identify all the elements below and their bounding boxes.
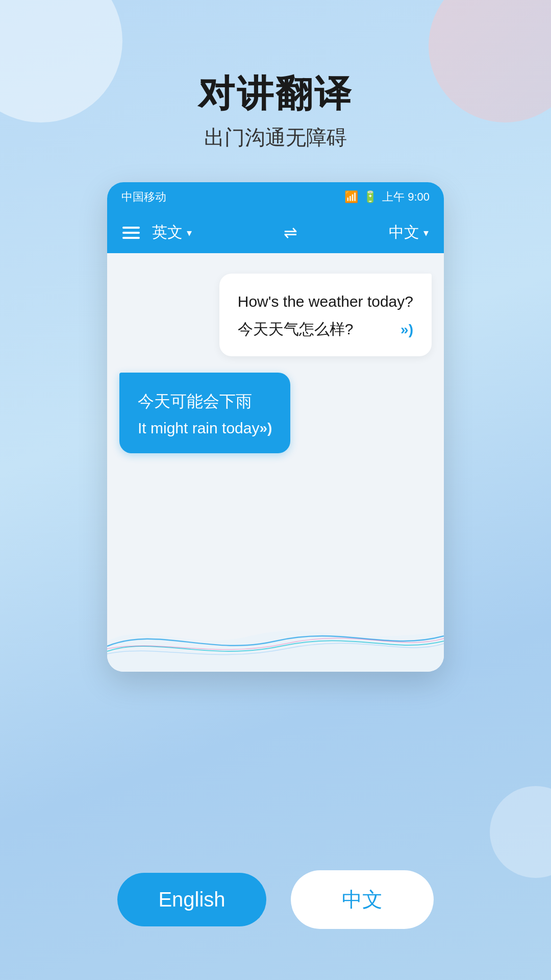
bottom-buttons: English 中文 <box>0 840 551 980</box>
message-bubble-left[interactable]: 今天可能会下雨 It might rain today ») <box>119 373 290 453</box>
target-lang-label: 中文 <box>389 222 419 243</box>
status-bar: 中国移动 📶 🔋 上午 9:00 <box>107 182 444 212</box>
chinese-button[interactable]: 中文 <box>291 870 434 929</box>
status-right: 📶 🔋 上午 9:00 <box>344 189 430 205</box>
wave-decoration <box>107 610 444 672</box>
chat-area: How's the weather today? 今天天气怎么样? ») 今天可… <box>107 253 444 610</box>
message-translated-1: 今天天气怎么样? ») <box>238 319 413 340</box>
message-bubble-right[interactable]: How's the weather today? 今天天气怎么样? ») <box>219 274 432 356</box>
title-section: 对讲翻译 出门沟通无障碍 <box>0 0 551 182</box>
time-label: 上午 9:00 <box>382 189 430 205</box>
sound-icon-2[interactable]: ») <box>259 420 272 436</box>
battery-icon: 🔋 <box>363 190 377 204</box>
wifi-icon: 📶 <box>344 190 358 204</box>
app-subtitle: 出门沟通无障碍 <box>0 124 551 152</box>
app-bar: 英文 ▾ ⇌ 中文 ▾ <box>107 212 444 253</box>
target-lang-chevron: ▾ <box>423 227 429 239</box>
target-lang-selector[interactable]: 中文 ▾ <box>389 222 429 243</box>
message-original-1: How's the weather today? <box>238 290 413 313</box>
source-lang-chevron: ▾ <box>187 227 192 239</box>
message-translated-2: It might rain today ») <box>138 420 272 437</box>
english-button[interactable]: English <box>117 873 266 926</box>
message-original-2: 今天可能会下雨 <box>138 389 272 413</box>
phone-mockup: 中国移动 📶 🔋 上午 9:00 英文 ▾ ⇌ 中文 ▾ How's the w… <box>107 182 444 672</box>
menu-icon[interactable] <box>122 227 140 239</box>
source-lang-label: 英文 <box>152 222 183 243</box>
source-lang-selector[interactable]: 英文 ▾ <box>152 222 192 243</box>
app-title: 对讲翻译 <box>0 71 551 115</box>
swap-languages-icon[interactable]: ⇌ <box>204 223 377 242</box>
carrier-label: 中国移动 <box>121 189 166 205</box>
sound-icon-1[interactable]: ») <box>400 322 413 338</box>
